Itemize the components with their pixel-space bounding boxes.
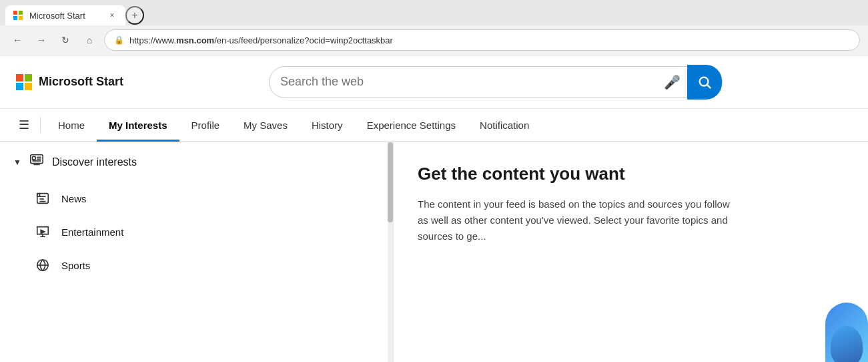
refresh-button[interactable]: ↻ <box>56 31 75 49</box>
tab-title: Microsoft Start <box>29 11 85 21</box>
sidebar-section-discover[interactable]: ▼ Discover interests <box>0 142 393 182</box>
browser-chrome: Microsoft Start × + ← → ↻ ⌂ 🔒 https://ww… <box>0 0 868 55</box>
tab-close-button[interactable]: × <box>107 10 117 21</box>
brand-sq-red <box>16 74 23 81</box>
mic-button[interactable]: 🎤 <box>664 74 681 90</box>
nav-item-profile[interactable]: Profile <box>179 110 232 140</box>
brand: Microsoft Start <box>16 74 123 90</box>
sidebar-item-entertainment-label: Entertainment <box>61 226 123 238</box>
sidebar-item-entertainment[interactable]: Entertainment <box>0 215 393 248</box>
main-content: Get the content you want The content in … <box>394 142 868 362</box>
nav-item-my-interests[interactable]: My Interests <box>97 110 179 140</box>
hamburger-button[interactable]: ☰ <box>13 112 35 138</box>
tab-bar: Microsoft Start × + <box>0 0 868 25</box>
news-icon <box>35 191 51 206</box>
svg-line-1 <box>707 85 711 88</box>
search-icon <box>697 75 712 89</box>
nav-divider <box>40 117 41 133</box>
url-bar[interactable]: 🔒 https://www.msn.com/en-us/feed/persona… <box>104 29 860 51</box>
logo-sq-green <box>19 11 23 15</box>
content-description: The content in your feed is based on the… <box>418 196 738 244</box>
scrollbar-thumb[interactable] <box>388 142 393 222</box>
entertainment-icon <box>35 224 51 239</box>
nav-item-my-saves[interactable]: My Saves <box>232 110 300 140</box>
nav-item-experience-settings[interactable]: Experience Settings <box>355 110 468 140</box>
logo-sq-red <box>13 11 17 15</box>
discover-icon <box>29 153 44 171</box>
page: Microsoft Start 🎤 ☰ Home My Interests Pr… <box>0 55 868 362</box>
svg-rect-12 <box>37 194 40 197</box>
sports-icon <box>35 258 51 273</box>
url-text: https://www.msn.com/en-us/feed/personali… <box>129 35 850 45</box>
ms-favicon-logo <box>13 11 23 20</box>
brand-logo <box>16 74 32 90</box>
site-header: Microsoft Start 🎤 <box>0 55 868 109</box>
sidebar-inner: ▼ Discover interests <box>0 142 393 282</box>
nav-item-home[interactable]: Home <box>46 110 97 140</box>
logo-sq-blue <box>13 16 17 20</box>
content-title: Get the content you want <box>418 164 844 184</box>
brand-sq-yellow <box>25 83 32 90</box>
nav-item-history[interactable]: History <box>300 110 355 140</box>
new-tab-button[interactable]: + <box>125 6 144 25</box>
sidebar-section-title: Discover interests <box>52 156 137 168</box>
search-button[interactable] <box>687 65 722 100</box>
brand-name: Microsoft Start <box>39 75 123 89</box>
lock-icon: 🔒 <box>114 35 124 45</box>
tab-favicon <box>13 10 24 21</box>
search-input[interactable] <box>280 75 657 89</box>
sidebar-item-news-label: News <box>61 193 87 204</box>
main-nav: ☰ Home My Interests Profile My Saves His… <box>0 109 868 142</box>
browser-tab[interactable]: Microsoft Start × <box>5 5 125 25</box>
scrollbar-track[interactable] <box>388 142 393 362</box>
home-nav-button[interactable]: ⌂ <box>80 31 99 49</box>
address-bar: ← → ↻ ⌂ 🔒 https://www.msn.com/en-us/feed… <box>0 25 868 55</box>
nav-item-notification[interactable]: Notification <box>468 110 541 140</box>
search-bar: 🎤 <box>269 66 723 98</box>
sidebar-item-sports-label: Sports <box>61 260 90 271</box>
logo-sq-yellow <box>19 16 23 20</box>
sidebar: ▼ Discover interests <box>0 142 394 362</box>
brand-sq-green <box>25 74 32 81</box>
svg-rect-3 <box>32 157 35 160</box>
brand-sq-blue <box>16 83 23 90</box>
main-area: ▼ Discover interests <box>0 142 868 362</box>
back-button[interactable]: ← <box>8 31 27 49</box>
collapse-arrow-icon: ▼ <box>13 158 21 167</box>
sidebar-item-sports[interactable]: Sports <box>0 248 393 282</box>
svg-point-0 <box>700 77 709 85</box>
forward-button[interactable]: → <box>32 31 51 49</box>
sidebar-item-news[interactable]: News <box>0 182 393 215</box>
edge-avatar <box>825 303 868 362</box>
